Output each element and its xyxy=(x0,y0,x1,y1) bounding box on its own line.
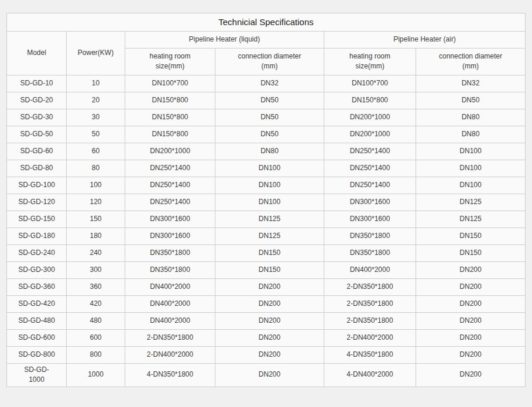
cell-model: SD-GD-1000 xyxy=(7,363,67,387)
col-header-line: size(mm) xyxy=(128,61,212,71)
table-row: SD-GD-3030DN150*800DN50DN200*1000DN80 xyxy=(7,109,526,126)
table-row: SD-GD-6060DN200*1000DN80DN250*1400DN100 xyxy=(7,143,526,160)
table-row: SD-GD-150150DN300*1600DN125DN300*1600DN1… xyxy=(7,211,526,227)
cell-air-heating-room-size: DN150*800 xyxy=(324,92,416,109)
cell-liquid-connection-diameter: DN50 xyxy=(215,109,324,126)
table-row: SD-GD-5050DN150*800DN50DN200*1000DN80 xyxy=(7,126,526,143)
cell-air-connection-diameter: DN200 xyxy=(416,278,526,295)
cell-liquid-connection-diameter: DN125 xyxy=(215,211,324,227)
table-row: SD-GD-1010DN100*700DN32DN100*700DN32 xyxy=(7,75,526,92)
cell-power: 480 xyxy=(67,312,125,329)
cell-air-connection-diameter: DN200 xyxy=(416,295,526,312)
cell-liquid-heating-room-size: DN250*1400 xyxy=(125,194,215,211)
table-row: SD-GD-480480DN400*2000DN2002-DN350*1800D… xyxy=(7,312,526,329)
cell-model: SD-GD-20 xyxy=(7,92,67,109)
cell-liquid-heating-room-size: DN150*800 xyxy=(125,126,215,143)
cell-model: SD-GD-30 xyxy=(7,109,67,126)
cell-power: 180 xyxy=(67,227,125,244)
title-row: Technicial Specifications xyxy=(7,13,526,32)
cell-air-connection-diameter: DN80 xyxy=(416,126,526,143)
cell-air-heating-room-size: 4-DN350*1800 xyxy=(324,346,416,363)
table-row: SD-GD-100100DN250*1400DN100DN250*1400DN1… xyxy=(7,177,526,194)
cell-model: SD-GD-10 xyxy=(7,75,67,92)
cell-model: SD-GD-60 xyxy=(7,143,67,160)
col-group-pipeline-heater-liquid: Pipeline Heater (liquid) xyxy=(125,31,324,48)
cell-liquid-connection-diameter: DN200 xyxy=(215,329,324,346)
col-header-heating-room-liquid: heating room size(mm) xyxy=(125,48,215,75)
table-row: SD-GD-240240DN350*1800DN150DN350*1800DN1… xyxy=(7,244,526,261)
cell-power: 360 xyxy=(67,278,125,295)
cell-power: 1000 xyxy=(67,363,125,387)
cell-liquid-connection-diameter: DN150 xyxy=(215,244,324,261)
cell-model: SD-GD-480 xyxy=(7,312,67,329)
cell-air-heating-room-size: 2-DN400*2000 xyxy=(324,329,416,346)
cell-air-heating-room-size: DN350*1800 xyxy=(324,244,416,261)
cell-liquid-connection-diameter: DN200 xyxy=(215,346,324,363)
cell-air-connection-diameter: DN200 xyxy=(416,261,526,278)
cell-air-heating-room-size: DN300*1600 xyxy=(324,211,416,227)
cell-model: SD-GD-360 xyxy=(7,278,67,295)
cell-model: SD-GD-80 xyxy=(7,160,67,177)
cell-air-heating-room-size: 2-DN350*1800 xyxy=(324,295,416,312)
table-header: Technicial Specifications Model Power(KW… xyxy=(7,13,526,75)
cell-air-connection-diameter: DN200 xyxy=(416,329,526,346)
col-header-line: heating room xyxy=(327,51,413,61)
cell-liquid-heating-room-size: DN350*1800 xyxy=(125,261,215,278)
cell-power: 50 xyxy=(67,126,125,143)
group-header-row: Model Power(KW) Pipeline Heater (liquid)… xyxy=(7,31,526,48)
cell-air-connection-diameter: DN150 xyxy=(416,244,526,261)
cell-air-heating-room-size: DN250*1400 xyxy=(324,177,416,194)
cell-power: 30 xyxy=(67,109,125,126)
table-row: SD-GD-100010004-DN350*1800DN2004-DN400*2… xyxy=(7,363,526,387)
cell-liquid-connection-diameter: DN200 xyxy=(215,312,324,329)
cell-power: 420 xyxy=(67,295,125,312)
table-row: SD-GD-180180DN300*1600DN125DN350*1800DN1… xyxy=(7,227,526,244)
col-header-line: heating room xyxy=(128,51,212,61)
cell-liquid-heating-room-size: 2-DN350*1800 xyxy=(125,329,215,346)
cell-liquid-connection-diameter: DN200 xyxy=(215,363,324,387)
col-header-connection-diameter-liquid: connection diameter (mm) xyxy=(215,48,324,75)
cell-liquid-heating-room-size: DN250*1400 xyxy=(125,177,215,194)
cell-air-heating-room-size: DN250*1400 xyxy=(324,143,416,160)
cell-power: 100 xyxy=(67,177,125,194)
cell-power: 600 xyxy=(67,329,125,346)
cell-air-heating-room-size: DN250*1400 xyxy=(324,160,416,177)
cell-liquid-heating-room-size: DN350*1800 xyxy=(125,244,215,261)
table-row: SD-GD-360360DN400*2000DN2002-DN350*1800D… xyxy=(7,278,526,295)
cell-air-connection-diameter: DN200 xyxy=(416,363,526,387)
cell-air-heating-room-size: 2-DN350*1800 xyxy=(324,312,416,329)
cell-liquid-heating-room-size: DN150*800 xyxy=(125,92,215,109)
cell-power: 120 xyxy=(67,194,125,211)
col-header-model: Model xyxy=(7,31,67,75)
cell-air-heating-room-size: 4-DN400*2000 xyxy=(324,363,416,387)
col-header-connection-diameter-air: connection diameter (mm) xyxy=(416,48,526,75)
cell-liquid-connection-diameter: DN200 xyxy=(215,278,324,295)
cell-model-text: SD-GD-1000 xyxy=(22,365,52,385)
specifications-table: Technicial Specifications Model Power(KW… xyxy=(6,13,526,387)
cell-liquid-connection-diameter: DN150 xyxy=(215,261,324,278)
cell-model: SD-GD-180 xyxy=(7,227,67,244)
cell-air-connection-diameter: DN80 xyxy=(416,109,526,126)
cell-air-connection-diameter: DN100 xyxy=(416,143,526,160)
cell-air-connection-diameter: DN100 xyxy=(416,160,526,177)
cell-liquid-connection-diameter: DN100 xyxy=(215,160,324,177)
cell-liquid-heating-room-size: DN150*800 xyxy=(125,109,215,126)
cell-liquid-heating-room-size: DN300*1600 xyxy=(125,211,215,227)
cell-liquid-heating-room-size: DN400*2000 xyxy=(125,278,215,295)
cell-liquid-connection-diameter: DN100 xyxy=(215,177,324,194)
cell-model: SD-GD-800 xyxy=(7,346,67,363)
col-header-line: connection diameter xyxy=(418,51,523,61)
cell-air-heating-room-size: DN100*700 xyxy=(324,75,416,92)
table-row: SD-GD-6006002-DN350*1800DN2002-DN400*200… xyxy=(7,329,526,346)
cell-air-connection-diameter: DN200 xyxy=(416,312,526,329)
cell-air-connection-diameter: DN125 xyxy=(416,194,526,211)
cell-air-connection-diameter: DN100 xyxy=(416,177,526,194)
cell-air-heating-room-size: DN400*2000 xyxy=(324,261,416,278)
cell-liquid-heating-room-size: DN100*700 xyxy=(125,75,215,92)
cell-air-heating-room-size: DN200*1000 xyxy=(324,126,416,143)
cell-model: SD-GD-150 xyxy=(7,211,67,227)
page: Technicial Specifications Model Power(KW… xyxy=(0,0,532,407)
cell-air-connection-diameter: DN200 xyxy=(416,346,526,363)
table-row: SD-GD-420420DN400*2000DN2002-DN350*1800D… xyxy=(7,295,526,312)
cell-liquid-heating-room-size: 4-DN350*1800 xyxy=(125,363,215,387)
